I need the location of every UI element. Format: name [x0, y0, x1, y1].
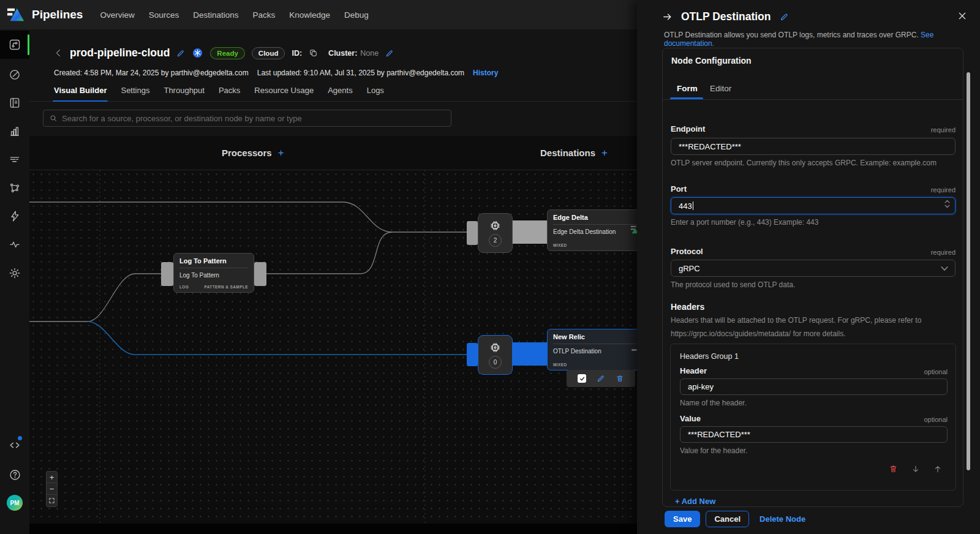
- search-input[interactable]: [62, 114, 445, 123]
- tab-logs[interactable]: Logs: [367, 86, 384, 101]
- form-tabs-divider: [663, 99, 963, 100]
- endpoint-input[interactable]: ***REDACTED***: [671, 138, 956, 155]
- history-link[interactable]: History: [473, 69, 498, 77]
- processor-node-0[interactable]: 0: [478, 335, 513, 375]
- processor-2-input-port[interactable]: [467, 221, 478, 245]
- close-panel-icon[interactable]: [957, 11, 967, 21]
- node-title: Log To Pattern: [179, 257, 248, 268]
- sidebar-item-monitors[interactable]: [0, 230, 29, 258]
- stepper-down-icon: [944, 205, 950, 208]
- save-button[interactable]: Save: [665, 511, 700, 527]
- delete-node-icon[interactable]: [616, 374, 624, 383]
- value-label-row: Value optional: [680, 414, 948, 423]
- node-tags: MIXED: [553, 363, 637, 367]
- edge-delta-logo[interactable]: [6, 6, 24, 23]
- nav-packs[interactable]: Packs: [253, 10, 276, 20]
- sidebar-item-automations[interactable]: [0, 202, 29, 230]
- headers-desc-1: Headers that will be attached to the OTL…: [671, 316, 921, 325]
- node-log-to-pattern[interactable]: Log To Pattern Log To Pattern LOG PATTER…: [173, 253, 254, 293]
- delete-node-button[interactable]: Delete Node: [760, 514, 805, 524]
- group-actions: [889, 464, 942, 473]
- node-select-checkbox[interactable]: [578, 374, 586, 383]
- tab-settings[interactable]: Settings: [121, 86, 149, 101]
- sidebar-item-help[interactable]: [0, 461, 29, 489]
- node-tags: MIXED: [553, 243, 637, 247]
- nav-destinations[interactable]: Destinations: [193, 10, 238, 20]
- tab-packs[interactable]: Packs: [219, 86, 240, 101]
- canvas-zoom-controls: + −: [46, 471, 58, 507]
- app-window: Pipelines Overview Sources Destinations …: [0, 0, 980, 534]
- panel-description: OTLP Destination allows you send OTLP lo…: [664, 31, 980, 48]
- created-text: Created: 4:58 PM, Mar 24, 2025 by parthi…: [54, 69, 249, 77]
- protocol-select[interactable]: gRPC: [671, 260, 956, 277]
- user-avatar[interactable]: PM: [0, 489, 29, 517]
- tab-form[interactable]: Form: [677, 84, 698, 93]
- sidebar-item-api-code[interactable]: [0, 431, 29, 459]
- processor-0-input-port[interactable]: [467, 343, 478, 366]
- edit-node-name-icon[interactable]: [780, 12, 789, 21]
- sidebar-item-pipelines[interactable]: [0, 31, 29, 59]
- tab-resource-usage[interactable]: Resource Usage: [254, 86, 314, 101]
- tab-agents[interactable]: Agents: [328, 86, 352, 101]
- panel-scrollbar[interactable]: [967, 72, 970, 470]
- log-to-pattern-output-port[interactable]: [254, 262, 266, 286]
- page-title: Pipelines: [32, 8, 83, 21]
- cancel-button[interactable]: Cancel: [706, 511, 749, 527]
- protocol-label-row: Protocol required: [671, 247, 956, 256]
- node-title: Edge Delta: [553, 214, 637, 225]
- add-new-header-link[interactable]: + Add New: [675, 497, 715, 506]
- headers-group-title: Headers Group 1: [680, 352, 739, 361]
- processor-node-2[interactable]: 2: [478, 213, 513, 253]
- port-input[interactable]: 443: [671, 197, 956, 214]
- header-value-input[interactable]: ***REDACTED***: [680, 426, 948, 443]
- sidebar-item-dashboards[interactable]: [0, 61, 29, 89]
- move-group-up-icon[interactable]: [933, 465, 942, 473]
- headers-desc-2: https://grpc.io/docs/guides/metadata/ fo…: [671, 329, 845, 338]
- sidebar-item-logs[interactable]: [0, 89, 29, 117]
- pipeline-tabs: Visual Builder Settings Throughput Packs…: [29, 86, 637, 102]
- zoom-in-button[interactable]: +: [47, 472, 57, 483]
- chip-icon: [489, 341, 502, 354]
- fit-view-button[interactable]: [47, 495, 57, 506]
- panel-title: OTLP Destination: [681, 10, 771, 23]
- node-edge-delta[interactable]: Edge Delta Edge Delta Destination MIXED: [547, 209, 637, 251]
- node-title: New Relic: [553, 333, 637, 344]
- panel-footer: Save Cancel Delete Node: [665, 511, 805, 527]
- nav-knowledge[interactable]: Knowledge: [289, 10, 330, 20]
- expand-panel-arrow-icon[interactable]: [662, 12, 673, 22]
- stepper-up-icon: [944, 200, 950, 203]
- edit-title-icon[interactable]: [176, 49, 185, 58]
- headers-group-card: Headers Group 1 Header optional api-key …: [670, 344, 956, 491]
- tab-editor[interactable]: Editor: [710, 84, 731, 93]
- header-name-help: Name of the header.: [680, 399, 747, 407]
- move-group-down-icon[interactable]: [911, 465, 920, 473]
- edit-node-icon[interactable]: [597, 374, 605, 383]
- panel-header: OTLP Destination: [662, 10, 789, 23]
- nav-debug[interactable]: Debug: [344, 10, 369, 20]
- search-icon: [49, 114, 58, 122]
- log-to-pattern-input-port[interactable]: [161, 262, 173, 286]
- header-name-input[interactable]: api-key: [680, 378, 948, 395]
- delete-group-icon[interactable]: [889, 464, 898, 473]
- node-new-relic[interactable]: New Relic OTLP Destination MIXED: [547, 329, 637, 370]
- nav-sources[interactable]: Sources: [149, 10, 179, 20]
- edit-cluster-icon[interactable]: [385, 49, 394, 58]
- nav-overview[interactable]: Overview: [100, 10, 134, 20]
- tab-visual-builder[interactable]: Visual Builder: [54, 86, 107, 101]
- otlp-destination-panel: OTLP Destination OTLP Destination allows…: [637, 0, 980, 534]
- pipeline-title: prod-pipeline-cloud: [70, 47, 170, 59]
- left-sidebar: PM: [0, 29, 29, 534]
- card-title: Node Configuration: [671, 56, 752, 66]
- sidebar-item-streams[interactable]: [0, 145, 29, 173]
- tab-throughput[interactable]: Throughput: [164, 86, 205, 101]
- sidebar-item-settings[interactable]: [0, 259, 29, 287]
- sidebar-item-service-map[interactable]: [0, 174, 29, 202]
- endpoint-label-row: Endpoint required: [671, 124, 956, 134]
- port-stepper[interactable]: [944, 200, 950, 208]
- pipeline-canvas[interactable]: Processors + Destinations +: [29, 136, 637, 524]
- back-button[interactable]: [54, 48, 63, 58]
- copy-id-icon[interactable]: [309, 48, 318, 58]
- zoom-out-button[interactable]: −: [47, 483, 57, 495]
- sidebar-item-metrics[interactable]: [0, 117, 29, 145]
- cluster-value: None: [360, 49, 379, 58]
